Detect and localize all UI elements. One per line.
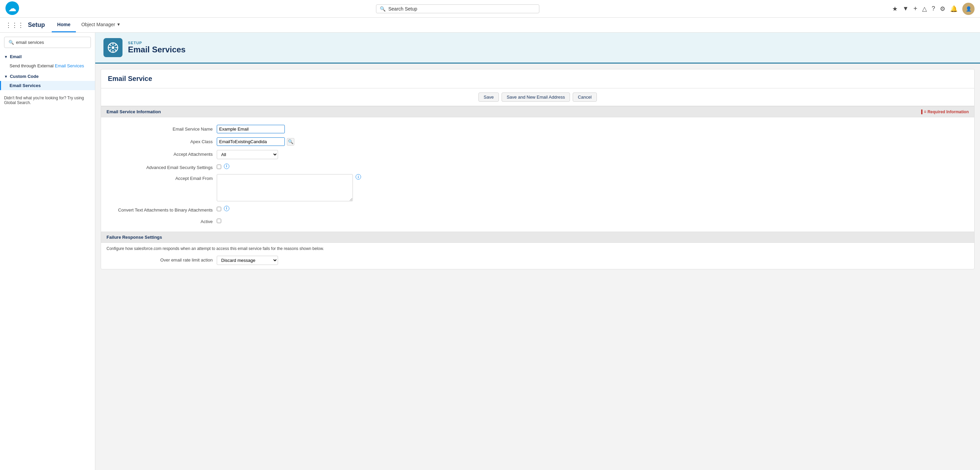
sidebar-item-email-services[interactable]: Email Services: [0, 81, 95, 90]
field-convert-text: i: [217, 205, 974, 211]
main-layout: 🔍 email services ▼ Email Send through Ex…: [0, 33, 980, 470]
advanced-security-checkbox[interactable]: [217, 165, 221, 169]
sidebar-section-email-header[interactable]: ▼ Email: [0, 52, 95, 61]
favorites-icon[interactable]: ★: [892, 5, 898, 13]
bell-icon[interactable]: 🔔: [950, 5, 958, 13]
help-icon[interactable]: ?: [932, 5, 935, 12]
search-icon: 🔍: [380, 6, 385, 11]
sidebar-section-email: ▼ Email Send through External Email Serv…: [0, 52, 95, 70]
setup-icon-box: [103, 38, 123, 57]
tab-home[interactable]: Home: [52, 18, 76, 32]
favorites-dropdown-icon[interactable]: ▼: [902, 5, 908, 12]
label-active: Active: [101, 217, 217, 224]
svg-line-9: [115, 50, 116, 51]
form-row-active: Active: [101, 215, 974, 226]
form-row-convert-text: Convert Text Attachments to Binary Attac…: [101, 203, 974, 215]
content-area: SETUP Email Services Email Service Save …: [95, 33, 980, 470]
save-button[interactable]: Save: [479, 92, 499, 102]
header-text: SETUP Email Services: [128, 41, 185, 54]
cancel-button[interactable]: Cancel: [573, 92, 597, 102]
active-checkbox[interactable]: [217, 219, 221, 223]
avatar[interactable]: 👤: [962, 3, 975, 15]
field-active: [217, 217, 974, 224]
field-accept-email-from: i: [217, 174, 974, 201]
field-apex-class: EmailToExistingCandida 🔍: [217, 137, 974, 146]
app-bar: ⋮⋮⋮ Setup Home Object Manager ▼: [0, 18, 980, 33]
section-header-info: Email Service Information = Required Inf…: [101, 106, 974, 118]
apex-class-wrap: EmailToExistingCandida 🔍: [217, 137, 967, 146]
grid-icon[interactable]: ⋮⋮⋮: [5, 21, 24, 29]
sidebar-search-icon: 🔍: [8, 40, 14, 45]
form-row-name: Email Service Name Example Email: [101, 123, 974, 135]
failure-description: Configure how salesforce.com responds wh…: [101, 243, 974, 254]
apex-class-input[interactable]: EmailToExistingCandida: [217, 137, 285, 146]
form-title: Email Service: [101, 69, 974, 88]
svg-line-11: [110, 50, 111, 51]
label-apex-class: Apex Class: [101, 137, 217, 144]
label-accept-attachments: Accept Attachments: [101, 150, 217, 157]
advanced-security-info-icon[interactable]: i: [224, 164, 229, 169]
add-icon[interactable]: +: [913, 5, 917, 13]
failure-section-header: Failure Response Settings: [101, 232, 974, 243]
field-email-service-name: Example Email: [217, 125, 974, 133]
trailhead-icon[interactable]: △: [922, 5, 927, 13]
top-navigation: ☁ 🔍 ★ ▼ + △ ? ⚙ 🔔 👤: [0, 0, 980, 18]
form-row-over-email-rate: Over email rate limit action Discard mes…: [101, 254, 974, 269]
checkbox-row-advanced: i: [217, 163, 967, 169]
svg-line-10: [115, 44, 116, 46]
chevron-down-icon: ▼: [4, 55, 8, 59]
convert-text-checkbox[interactable]: [217, 207, 221, 211]
search-input-wrap: 🔍: [376, 5, 539, 13]
form-row-apex: Apex Class EmailToExistingCandida 🔍: [101, 135, 974, 148]
search-input[interactable]: [388, 6, 536, 11]
checkbox-row-convert: i: [217, 205, 967, 211]
svg-point-3: [111, 46, 115, 49]
app-tabs: Home Object Manager ▼: [52, 18, 126, 32]
sidebar-not-found: Didn't find what you're looking for? Try…: [0, 92, 95, 109]
label-email-service-name: Email Service Name: [101, 125, 217, 132]
apex-class-lookup-icon[interactable]: 🔍: [287, 138, 294, 146]
salesforce-logo[interactable]: ☁: [5, 2, 19, 16]
save-new-button[interactable]: Save and New Email Address: [501, 92, 570, 102]
action-bar: Save Save and New Email Address Cancel: [101, 89, 974, 106]
svg-line-8: [110, 44, 111, 46]
search-bar-area: 🔍: [23, 5, 892, 13]
settings-icon[interactable]: ⚙: [940, 5, 945, 13]
field-over-email-rate: Discard message Bounce message Requeue m…: [217, 256, 974, 265]
sidebar-search-wrap: 🔍 email services: [4, 37, 91, 48]
sidebar-link-email-services-send[interactable]: Email Services: [55, 63, 84, 68]
setup-label: SETUP: [128, 41, 185, 45]
sidebar-item-send-external[interactable]: Send through External Email Services: [0, 61, 95, 70]
email-service-name-input[interactable]: Example Email: [217, 125, 285, 133]
page-title: Email Services: [128, 45, 185, 54]
accept-attachments-select[interactable]: All None Text only Binary attachments on…: [217, 150, 278, 159]
form-row-attachments: Accept Attachments All None Text only Bi…: [101, 148, 974, 161]
convert-text-info-icon[interactable]: i: [224, 206, 229, 211]
setup-title: Setup: [28, 21, 45, 29]
object-manager-dropdown-icon: ▼: [117, 22, 121, 27]
chevron-down-icon-2: ▼: [4, 75, 8, 79]
right-icons: ★ ▼ + △ ? ⚙ 🔔 👤: [892, 3, 975, 15]
required-note: = Required Information: [921, 110, 969, 114]
label-accept-email-from: Accept Email From: [101, 174, 217, 181]
svg-text:☁: ☁: [8, 5, 16, 13]
accept-email-from-info-icon[interactable]: i: [356, 174, 361, 179]
form-body: Email Service Name Example Email Apex Cl…: [101, 118, 974, 232]
field-accept-attachments: All None Text only Binary attachments on…: [217, 150, 974, 159]
setup-header: SETUP Email Services: [95, 33, 980, 64]
required-bar: [921, 110, 923, 114]
form-row-advanced-security: Advanced Email Security Settings i: [101, 161, 974, 172]
over-email-rate-select[interactable]: Discard message Bounce message Requeue m…: [217, 256, 278, 265]
accept-email-from-textarea[interactable]: [217, 174, 353, 201]
label-over-email-rate: Over email rate limit action: [101, 256, 217, 262]
sidebar-section-custom-code: ▼ Custom Code Email Services: [0, 72, 95, 90]
label-advanced-security: Advanced Email Security Settings: [101, 163, 217, 170]
field-advanced-security: i: [217, 163, 974, 169]
sidebar-search-input[interactable]: email services: [16, 40, 86, 45]
sidebar: 🔍 email services ▼ Email Send through Ex…: [0, 33, 95, 470]
form-row-accept-email-from: Accept Email From i: [101, 172, 974, 203]
sidebar-section-custom-code-header[interactable]: ▼ Custom Code: [0, 72, 95, 81]
tab-object-manager[interactable]: Object Manager ▼: [76, 18, 126, 32]
label-convert-text: Convert Text Attachments to Binary Attac…: [101, 205, 217, 213]
form-area: Email Service Save Save and New Email Ad…: [101, 69, 975, 269]
